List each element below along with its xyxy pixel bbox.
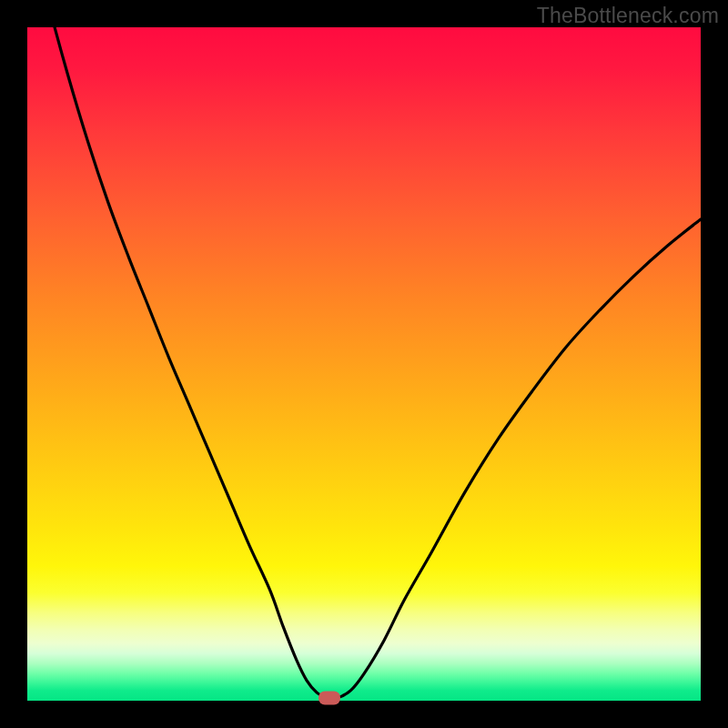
min-marker	[318, 692, 340, 705]
plot-area	[27, 27, 701, 701]
bottleneck-curve	[27, 27, 701, 699]
watermark-text: TheBottleneck.com	[537, 4, 719, 28]
chart-frame: TheBottleneck.com	[0, 0, 728, 728]
curve-svg	[27, 27, 701, 701]
